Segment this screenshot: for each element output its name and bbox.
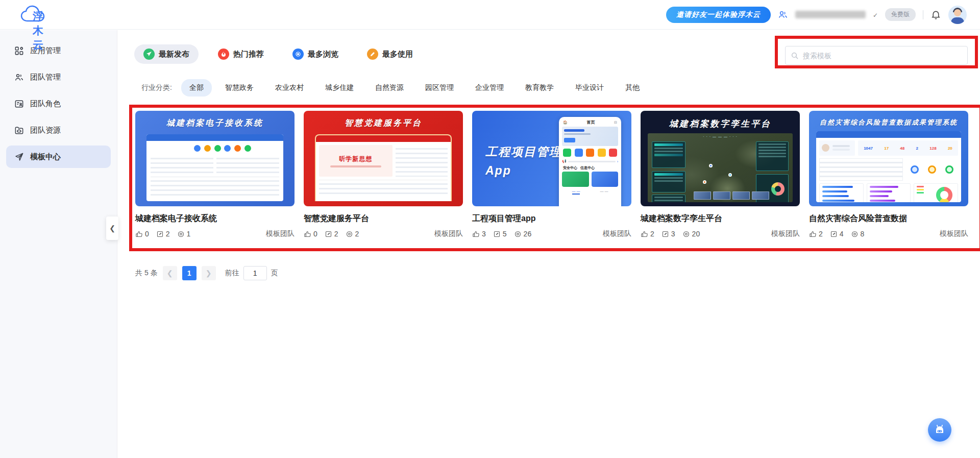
page-number-1[interactable]: 1 xyxy=(182,266,197,280)
paper-plane-icon xyxy=(14,152,24,162)
sidebar-item-team-management[interactable]: 团队管理 xyxy=(6,66,111,88)
sidebar-collapse-handle[interactable]: ❮ xyxy=(106,216,118,240)
grid-icon xyxy=(14,46,24,56)
user-avatar[interactable] xyxy=(948,6,967,24)
filter-agriculture[interactable]: 农业农村 xyxy=(267,79,312,97)
tab-label: 最多浏览 xyxy=(308,50,338,59)
tab-label: 热门推荐 xyxy=(233,50,264,59)
filter-label: 行业分类: xyxy=(141,83,172,92)
goto-page-input[interactable] xyxy=(243,266,267,280)
filter-other[interactable]: 其他 xyxy=(617,79,648,97)
sort-tabs: 最新发布 热门推荐 最多浏览 最多使用 xyxy=(134,44,422,64)
fire-icon xyxy=(218,49,229,60)
chevron-left-icon: ❮ xyxy=(109,224,115,232)
team-members-icon[interactable] xyxy=(778,10,788,20)
tab-label: 最多使用 xyxy=(382,50,413,59)
top-header: 浮木云 邀请好友一起体验浮木云 ✓ 免费版 xyxy=(0,0,980,30)
folder-cloud-icon xyxy=(14,126,24,135)
chevron-down-icon[interactable]: ✓ xyxy=(873,12,878,19)
annotation-rect-search xyxy=(775,36,978,68)
pagination: 共 5 条 ❮ 1 ❯ 前往 页 xyxy=(135,266,278,280)
robot-icon xyxy=(934,424,946,436)
paper-plane-icon xyxy=(143,49,155,60)
tab-hot-recommend[interactable]: 热门推荐 xyxy=(209,44,273,64)
search-input[interactable] xyxy=(803,52,962,60)
filter-education[interactable]: 教育教学 xyxy=(517,79,562,97)
total-count: 共 5 条 xyxy=(135,269,158,278)
sidebar-item-label: 团队资源 xyxy=(30,126,61,135)
filter-all[interactable]: 全部 xyxy=(181,79,212,97)
pencil-icon xyxy=(367,49,378,60)
avatar-body xyxy=(951,17,964,24)
eye-icon xyxy=(292,49,304,60)
invite-friends-button[interactable]: 邀请好友一起体验浮木云 xyxy=(666,7,771,23)
sidebar-item-label: 模板中心 xyxy=(30,152,61,162)
tab-label: 最新发布 xyxy=(159,50,189,59)
sidebar-item-team-resources[interactable]: 团队资源 xyxy=(6,119,111,141)
sidebar-item-label: 团队角色 xyxy=(30,99,61,109)
notifications-bell-icon[interactable] xyxy=(930,9,941,20)
tab-most-used[interactable]: 最多使用 xyxy=(358,44,422,64)
avatar-face xyxy=(954,9,961,16)
template-search-box[interactable] xyxy=(785,46,968,65)
sidebar-item-app-management[interactable]: 应用管理 xyxy=(6,39,111,62)
team-icon xyxy=(14,73,24,82)
prev-page-button[interactable]: ❮ xyxy=(163,266,177,280)
next-page-button[interactable]: ❯ xyxy=(202,266,216,280)
sidebar-item-label: 团队管理 xyxy=(30,73,61,82)
filter-smart-government[interactable]: 智慧政务 xyxy=(217,79,262,97)
annotation-rect-cards xyxy=(129,105,980,251)
header-divider xyxy=(923,10,923,19)
role-card-icon xyxy=(14,99,24,109)
plan-badge: 免费版 xyxy=(885,8,916,21)
filter-urban-construction[interactable]: 城乡住建 xyxy=(317,79,362,97)
tab-most-viewed[interactable]: 最多浏览 xyxy=(283,44,348,64)
logo-text: 浮木云 xyxy=(33,9,51,52)
sidebar-item-template-center[interactable]: 模板中心 xyxy=(6,146,111,168)
filter-natural-resources[interactable]: 自然资源 xyxy=(367,79,412,97)
page-suffix: 页 xyxy=(271,269,278,278)
filter-park-management[interactable]: 园区管理 xyxy=(417,79,462,97)
app-logo[interactable]: 浮木云 xyxy=(19,5,51,25)
filter-graduation-design[interactable]: 毕业设计 xyxy=(567,79,612,97)
tab-latest-release[interactable]: 最新发布 xyxy=(134,44,199,64)
goto-label: 前往 xyxy=(225,269,239,278)
industry-filter-row: 行业分类: 全部 智慧政务 农业农村 城乡住建 自然资源 园区管理 企业管理 教… xyxy=(141,79,648,97)
main-content: 最新发布 热门推荐 最多浏览 最多使用 xyxy=(118,30,980,458)
filter-enterprise-management[interactable]: 企业管理 xyxy=(467,79,512,97)
assistant-robot-button[interactable] xyxy=(928,418,951,442)
search-icon xyxy=(791,52,799,60)
sidebar: 应用管理 团队管理 团队角色 团队资源 模板中心 xyxy=(0,30,117,458)
username-redacted[interactable] xyxy=(795,11,866,18)
sidebar-item-team-roles[interactable]: 团队角色 xyxy=(6,92,111,115)
